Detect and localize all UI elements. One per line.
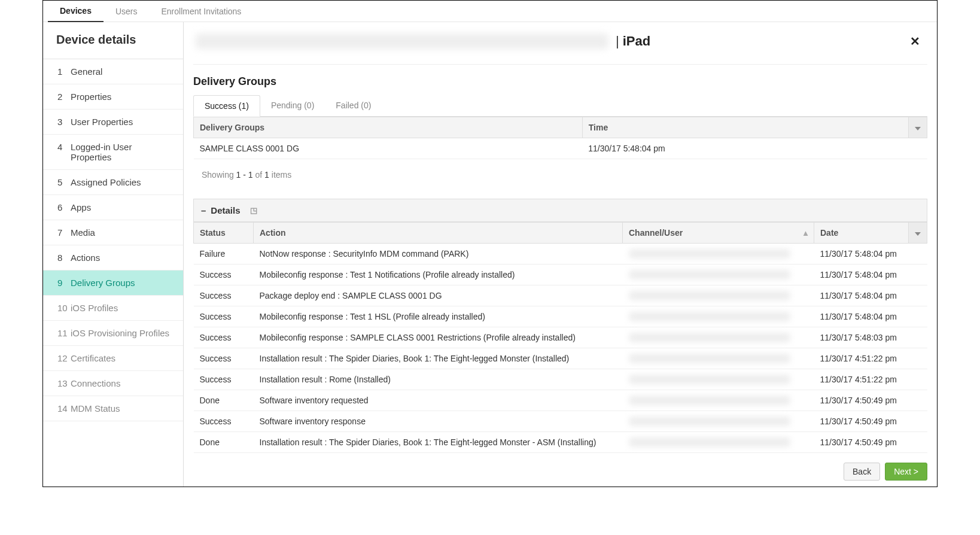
device-type: iPad — [623, 34, 650, 49]
cell-status: Success — [194, 265, 254, 285]
nav-label: General — [71, 66, 102, 77]
nav-num: 9 — [57, 278, 71, 288]
table-row[interactable]: SuccessMobileconfig response : SAMPLE CL… — [194, 327, 927, 348]
cell-action: Software inventory response — [254, 411, 623, 432]
sidebar-item-mdm-status[interactable]: 14MDM Status — [43, 396, 183, 421]
cell-status: Done — [194, 432, 254, 453]
sidebar-item-user-properties[interactable]: 3User Properties — [43, 110, 183, 135]
table-row[interactable]: SuccessInstallation result : The Spider … — [194, 348, 927, 369]
channel-user-redacted — [629, 354, 790, 363]
cell-status: Done — [194, 390, 254, 411]
nav-label: Certificates — [71, 353, 115, 363]
col-status[interactable]: Status — [194, 223, 254, 244]
nav-label: iOS Profiles — [71, 303, 118, 313]
col-expand[interactable] — [909, 223, 927, 244]
cell-dg-time: 11/30/17 5:48:04 pm — [582, 138, 927, 159]
cell-status: Success — [194, 285, 254, 306]
cell-date: 11/30/17 4:50:49 pm — [814, 411, 927, 432]
top-nav: Devices Users Enrollment Invitations — [43, 1, 937, 22]
tab-devices[interactable]: Devices — [48, 1, 104, 22]
nav-num: 6 — [57, 202, 71, 212]
table-row[interactable]: SuccessMobileconfig response : Test 1 HS… — [194, 306, 927, 327]
table-row[interactable]: SuccessSoftware inventory response11/30/… — [194, 411, 927, 432]
sidebar-item-ios-provisioning-profiles[interactable]: 11iOS Provisioning Profiles — [43, 321, 183, 346]
cell-status: Success — [194, 327, 254, 348]
sidebar-item-logged-in-user-properties[interactable]: 4Logged-in User Properties — [43, 135, 183, 170]
channel-user-redacted — [629, 312, 790, 321]
col-channel-user[interactable]: Channel/User▴ — [623, 223, 814, 244]
sidebar: Device details 1General2Properties3User … — [43, 22, 184, 487]
cell-action: Software inventory requested — [254, 390, 623, 411]
col-time[interactable]: Time — [582, 117, 908, 138]
tab-enrollment-invitations[interactable]: Enrollment Invitations — [150, 2, 254, 22]
nav-num: 10 — [57, 303, 71, 313]
delivery-groups-table: Delivery Groups Time SAMPLE CLASS 0001 D… — [193, 117, 927, 159]
cell-channel-user — [623, 432, 814, 453]
nav-num: 13 — [57, 378, 71, 388]
cell-date: 11/30/17 5:48:04 pm — [814, 265, 927, 285]
tab-success[interactable]: Success (1) — [193, 95, 260, 117]
cell-channel-user — [623, 244, 814, 265]
details-collapse-toggle[interactable]: – — [201, 205, 206, 215]
sidebar-item-connections[interactable]: 13Connections — [43, 371, 183, 396]
content: | iPad ✕ Delivery Groups Success (1) Pen… — [184, 22, 937, 487]
cell-status: Success — [194, 348, 254, 369]
channel-user-redacted — [629, 396, 790, 405]
cell-action: Mobileconfig response : SAMPLE CLASS 000… — [254, 327, 623, 348]
nav-num: 14 — [57, 403, 71, 414]
cell-action: Package deploy end : SAMPLE CLASS 0001 D… — [254, 285, 623, 306]
chevron-down-icon — [915, 232, 921, 236]
channel-user-redacted — [629, 333, 790, 342]
table-row[interactable]: SAMPLE CLASS 0001 DG11/30/17 5:48:04 pm — [194, 138, 927, 159]
sidebar-item-general[interactable]: 1General — [43, 59, 183, 84]
cell-channel-user — [623, 285, 814, 306]
table-row[interactable]: SuccessInstallation result : Rome (Insta… — [194, 369, 927, 390]
close-icon[interactable]: ✕ — [905, 32, 925, 51]
sidebar-item-delivery-groups[interactable]: 9Delivery Groups — [43, 270, 183, 296]
sidebar-item-apps[interactable]: 6Apps — [43, 195, 183, 220]
col-date[interactable]: Date — [814, 223, 909, 244]
table-row[interactable]: DoneInstallation result : The Spider Dia… — [194, 432, 927, 453]
sidebar-item-actions[interactable]: 8Actions — [43, 245, 183, 270]
cell-date: 11/30/17 5:48:04 pm — [814, 244, 927, 265]
sidebar-item-media[interactable]: 7Media — [43, 220, 183, 245]
table-row[interactable]: DoneSoftware inventory requested11/30/17… — [194, 390, 927, 411]
cell-action: Installation result : The Spider Diaries… — [254, 348, 623, 369]
section-title: Delivery Groups — [193, 75, 927, 88]
cell-status: Failure — [194, 244, 254, 265]
cell-action: Installation result : The Spider Diaries… — [254, 432, 623, 453]
col-action[interactable]: Action — [254, 223, 623, 244]
tab-pending[interactable]: Pending (0) — [260, 95, 325, 117]
sidebar-item-properties[interactable]: 2Properties — [43, 84, 183, 110]
nav-num: 11 — [57, 328, 71, 338]
table-row[interactable]: FailureNotNow response : SecurityInfo MD… — [194, 244, 927, 265]
sidebar-item-certificates[interactable]: 12Certificates — [43, 346, 183, 371]
sort-asc-icon: ▴ — [804, 228, 808, 238]
details-panel-header[interactable]: – Details ◳ — [193, 199, 927, 222]
nav-num: 12 — [57, 353, 71, 363]
col-expand[interactable] — [909, 117, 927, 138]
cell-channel-user — [623, 390, 814, 411]
tab-users[interactable]: Users — [104, 2, 150, 22]
nav-label: Logged-in User Properties — [71, 142, 175, 162]
nav-num: 2 — [57, 92, 71, 102]
sidebar-item-assigned-policies[interactable]: 5Assigned Policies — [43, 170, 183, 195]
col-delivery-groups[interactable]: Delivery Groups — [194, 117, 583, 138]
device-identity-redacted — [196, 34, 608, 49]
sidebar-item-ios-profiles[interactable]: 10iOS Profiles — [43, 296, 183, 321]
back-button[interactable]: Back — [844, 463, 880, 481]
nav-label: iOS Provisioning Profiles — [71, 328, 169, 338]
cell-date: 11/30/17 5:48:04 pm — [814, 306, 927, 327]
channel-user-redacted — [629, 291, 790, 300]
table-row[interactable]: SuccessPackage deploy end : SAMPLE CLASS… — [194, 285, 927, 306]
next-button[interactable]: Next > — [885, 463, 927, 481]
cell-date: 11/30/17 4:50:49 pm — [814, 432, 927, 453]
nav-num: 7 — [57, 227, 71, 238]
table-row[interactable]: SuccessMobileconfig response : Test 1 No… — [194, 265, 927, 285]
cell-channel-user — [623, 265, 814, 285]
cell-date: 11/30/17 4:51:22 pm — [814, 348, 927, 369]
cell-date: 11/30/17 4:51:22 pm — [814, 369, 927, 390]
tab-failed[interactable]: Failed (0) — [325, 95, 382, 117]
popout-icon[interactable]: ◳ — [250, 206, 257, 215]
nav-num: 4 — [57, 142, 71, 152]
